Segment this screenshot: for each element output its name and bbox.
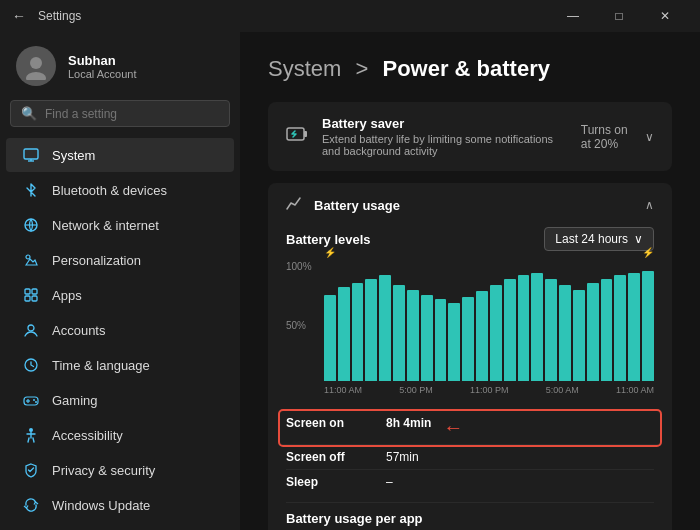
bar-col-14 (518, 261, 530, 381)
bar-col-0: ⚡ (324, 261, 336, 381)
sidebar-item-network[interactable]: Network & internet (6, 208, 234, 242)
search-input[interactable] (45, 107, 219, 121)
battery-saver-card: Battery saver Extend battery life by lim… (268, 102, 672, 171)
bar-col-4 (379, 261, 391, 381)
lightning-icon: ⚡ (642, 247, 654, 258)
bar-col-13 (504, 261, 516, 381)
page-header: System > Power & battery (268, 56, 672, 82)
breadcrumb-parent[interactable]: System (268, 56, 341, 81)
bar-14 (518, 275, 530, 381)
close-button[interactable]: ✕ (642, 0, 688, 32)
sidebar-item-personalization[interactable]: Personalization (6, 243, 234, 277)
lightning-icon: ⚡ (324, 247, 336, 258)
bar-7 (421, 295, 433, 381)
page-title: Power & battery (382, 56, 550, 81)
sidebar-item-label-privacy: Privacy & security (52, 463, 155, 478)
bar-2 (352, 283, 364, 381)
battery-usage-content: Battery levels Last 24 hours ∨ 100% 50% … (268, 227, 672, 530)
time-selector-value: Last 24 hours (555, 232, 628, 246)
sidebar-item-label-network: Network & internet (52, 218, 159, 233)
svg-rect-21 (304, 131, 307, 137)
sidebar-item-label-time: Time & language (52, 358, 150, 373)
sidebar-item-label-accessibility: Accessibility (52, 428, 123, 443)
sidebar-item-privacy[interactable]: Privacy & security (6, 453, 234, 487)
sidebar-item-accessibility[interactable]: Accessibility (6, 418, 234, 452)
breadcrumb-sep: > (355, 56, 368, 81)
bar-23 (642, 271, 654, 381)
x-label-2: 11:00 PM (470, 385, 509, 395)
titlebar-controls: — □ ✕ (550, 0, 688, 32)
svg-rect-9 (32, 289, 37, 294)
sidebar-item-label-gaming: Gaming (52, 393, 98, 408)
search-box[interactable]: 🔍 (10, 100, 230, 127)
titlebar-title: Settings (38, 9, 81, 23)
minimize-button[interactable]: — (550, 0, 596, 32)
bar-col-3 (365, 261, 377, 381)
battery-icon (286, 123, 308, 151)
sidebar-item-gaming[interactable]: Gaming (6, 383, 234, 417)
sidebar-item-label-system: System (52, 148, 95, 163)
battery-saver-row[interactable]: Battery saver Extend battery life by lim… (268, 102, 672, 171)
x-label-1: 5:00 PM (399, 385, 433, 395)
x-labels: 11:00 AM 5:00 PM 11:00 PM 5:00 AM 11:00 … (324, 381, 654, 395)
chart-y-labels: 100% 50% (286, 261, 312, 381)
sidebar-item-accounts[interactable]: Accounts (6, 313, 234, 347)
nav-list: SystemBluetooth & devicesNetwork & inter… (0, 137, 240, 523)
sidebar-item-label-bluetooth: Bluetooth & devices (52, 183, 167, 198)
bar-col-16 (545, 261, 557, 381)
search-icon: 🔍 (21, 106, 37, 121)
battery-usage-per-app: Battery usage per app (286, 502, 654, 530)
sidebar-item-time[interactable]: Time & language (6, 348, 234, 382)
sidebar-item-apps[interactable]: Apps (6, 278, 234, 312)
bar-col-8 (435, 261, 447, 381)
chevron-down-icon: ∨ (645, 130, 654, 144)
red-arrow-icon: ← (443, 416, 463, 439)
bars-wrapper: ⚡⚡ (324, 261, 654, 381)
network-icon (22, 216, 40, 234)
maximize-button[interactable]: □ (596, 0, 642, 32)
stat-value-1: 57min (386, 450, 419, 464)
battery-usage-card: Battery usage ∧ Battery levels Last 24 h… (268, 183, 672, 530)
battery-chart: 100% 50% ⚡⚡ 11:00 AM 5:00 PM 11:00 PM 5:… (286, 261, 654, 401)
chart-icon (286, 195, 302, 215)
svg-rect-10 (25, 296, 30, 301)
x-label-0: 11:00 AM (324, 385, 362, 395)
y-label-100: 100% (286, 261, 312, 272)
stat-value-2: – (386, 475, 393, 489)
time-selector[interactable]: Last 24 hours ∨ (544, 227, 654, 251)
svg-point-0 (30, 57, 42, 69)
bar-12 (490, 285, 502, 381)
sidebar-item-bluetooth[interactable]: Bluetooth & devices (6, 173, 234, 207)
bar-0 (324, 295, 336, 381)
bar-22 (628, 273, 640, 381)
bar-col-15 (531, 261, 543, 381)
back-icon[interactable]: ← (12, 8, 26, 24)
bar-col-23: ⚡ (642, 261, 654, 381)
bar-1 (338, 287, 350, 381)
apps-icon (22, 286, 40, 304)
stat-label-0: Screen on (286, 416, 386, 439)
svg-point-18 (35, 401, 37, 403)
bar-11 (476, 291, 488, 381)
x-label-3: 5:00 AM (546, 385, 579, 395)
y-label-50: 50% (286, 320, 312, 331)
bar-5 (393, 285, 405, 381)
stat-value-0: 8h 4min (386, 416, 431, 439)
bar-col-20 (601, 261, 613, 381)
sidebar-item-label-accounts: Accounts (52, 323, 105, 338)
bar-17 (559, 285, 571, 381)
bluetooth-icon (22, 181, 40, 199)
chevron-up-icon: ∧ (645, 198, 654, 212)
bar-13 (504, 279, 516, 381)
battery-saver-desc: Extend battery life by limiting some not… (322, 133, 567, 157)
bar-3 (365, 279, 377, 381)
battery-saver-right: Turns on at 20% ∨ (581, 123, 654, 151)
battery-usage-section-header[interactable]: Battery usage ∧ (268, 183, 672, 227)
sidebar-item-update[interactable]: Windows Update (6, 488, 234, 522)
main-layout: Subhan Local Account 🔍 SystemBluetooth &… (0, 32, 700, 530)
gaming-icon (22, 391, 40, 409)
bar-21 (614, 275, 626, 381)
svg-rect-8 (25, 289, 30, 294)
sidebar-item-system[interactable]: System (6, 138, 234, 172)
bar-col-5 (393, 261, 405, 381)
